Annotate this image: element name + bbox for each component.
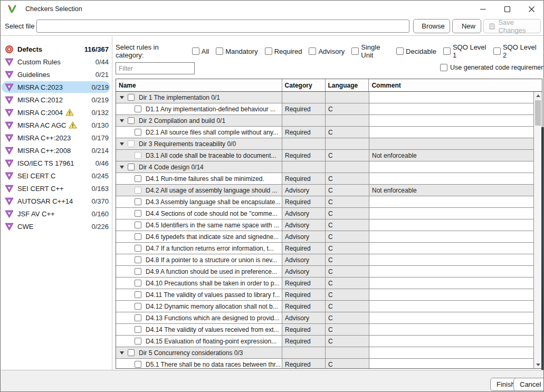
- rule-checkbox[interactable]: [135, 245, 141, 252]
- comment-cell[interactable]: [369, 196, 534, 207]
- rule-checkbox[interactable]: [128, 117, 135, 124]
- comment-cell[interactable]: [369, 161, 534, 173]
- table-row[interactable]: D4.3 Assembly language shall be encapsul…: [116, 196, 542, 208]
- collapse-arrow-icon[interactable]: [120, 96, 124, 99]
- comment-cell[interactable]: [369, 243, 534, 254]
- new-button[interactable]: New: [452, 19, 481, 33]
- comment-cell[interactable]: [369, 231, 534, 242]
- category-checkbox[interactable]: [192, 47, 199, 55]
- sidebar-item-jsf-av-c-[interactable]: JSF AV C++0/160: [1, 207, 112, 220]
- comment-cell[interactable]: [369, 138, 534, 149]
- table-row[interactable]: Dir 4 Code design 0/14: [116, 161, 542, 173]
- comment-cell[interactable]: [369, 254, 534, 265]
- collapse-arrow-icon[interactable]: [120, 351, 124, 355]
- column-header-language[interactable]: Language: [326, 79, 369, 91]
- table-row[interactable]: D4.10 Precautions shall be taken in orde…: [116, 278, 542, 289]
- comment-cell[interactable]: [369, 92, 534, 103]
- category-option-decidable[interactable]: Decidable: [396, 47, 436, 55]
- category-option-single-unit[interactable]: Single Unit: [351, 43, 389, 59]
- table-row[interactable]: D4.6 typedefs that indicate size and sig…: [116, 231, 542, 243]
- rule-checkbox[interactable]: [135, 326, 141, 333]
- table-row[interactable]: D2.1 All source files shall compile with…: [116, 127, 542, 138]
- category-checkbox[interactable]: [309, 47, 316, 55]
- collapse-arrow-icon[interactable]: [120, 142, 124, 146]
- file-path-input[interactable]: [36, 20, 409, 33]
- category-option-sqo-level-1[interactable]: SQO Level 1: [443, 43, 486, 59]
- table-row[interactable]: D4.13 Functions which are designed to pr…: [116, 312, 542, 324]
- category-checkbox[interactable]: [493, 47, 501, 55]
- rule-checkbox[interactable]: [128, 349, 135, 356]
- use-generated-code-checkbox[interactable]: [440, 64, 447, 71]
- rule-checkbox[interactable]: [135, 256, 141, 263]
- table-row[interactable]: D4.2 All usage of assembly language shou…: [116, 185, 542, 196]
- column-header-comment[interactable]: Comment: [369, 79, 542, 91]
- sidebar-item-misra-ac-agc[interactable]: MISRA AC AGC0/130: [1, 119, 112, 131]
- sidebar-item-sei-cert-c[interactable]: SEI CERT C0/245: [1, 169, 112, 182]
- table-row[interactable]: D4.14 The validity of values received fr…: [116, 324, 542, 336]
- comment-cell[interactable]: [369, 208, 534, 219]
- table-row[interactable]: D4.11 The validity of values passed to l…: [116, 289, 542, 301]
- browse-button[interactable]: Browse: [413, 19, 450, 33]
- comment-cell[interactable]: [369, 127, 534, 138]
- comment-cell[interactable]: [369, 301, 534, 312]
- table-row[interactable]: D4.5 Identifiers in the same name space …: [116, 219, 542, 231]
- table-row[interactable]: D4.12 Dynamic memory allocation shall no…: [116, 301, 542, 312]
- rule-checkbox[interactable]: [135, 152, 141, 159]
- comment-cell[interactable]: [369, 115, 534, 126]
- sidebar-item-autosar-c-14[interactable]: AUTOSAR C++140/370: [1, 195, 112, 207]
- category-checkbox[interactable]: [351, 47, 359, 55]
- category-option-advisory[interactable]: Advisory: [309, 47, 345, 55]
- category-checkbox[interactable]: [216, 47, 223, 55]
- table-vertical-scrollbar[interactable]: [533, 92, 542, 369]
- sidebar-item-defects[interactable]: Defects116/367: [1, 43, 112, 55]
- rule-checkbox[interactable]: [135, 291, 141, 298]
- comment-cell[interactable]: [369, 359, 534, 369]
- comment-cell[interactable]: [369, 278, 534, 289]
- sidebar-item-misra-c-2012[interactable]: MISRA C:20120/219: [1, 93, 112, 106]
- rule-checkbox[interactable]: [135, 106, 141, 112]
- scrollbar-thumb[interactable]: [535, 100, 541, 126]
- comment-cell[interactable]: [369, 336, 534, 347]
- comment-cell[interactable]: [369, 289, 534, 300]
- use-generated-code-option[interactable]: Use generated code requirements: [440, 64, 544, 71]
- collapse-arrow-icon[interactable]: [120, 166, 124, 169]
- category-option-sqo-level-2[interactable]: SQO Level 2: [493, 43, 537, 59]
- rule-checkbox[interactable]: [135, 198, 141, 205]
- rule-checkbox[interactable]: [128, 164, 135, 170]
- rule-checkbox[interactable]: [135, 338, 141, 345]
- rule-checkbox[interactable]: [135, 187, 141, 194]
- comment-cell[interactable]: [369, 324, 534, 335]
- table-row[interactable]: D1.1 Any implementation-defined behaviou…: [116, 103, 542, 115]
- scroll-up-arrow-icon[interactable]: [536, 94, 540, 97]
- cancel-button[interactable]: Cancel: [513, 378, 544, 391]
- scroll-down-arrow-icon[interactable]: [536, 364, 540, 366]
- table-row[interactable]: D4.9 A function should be used in prefer…: [116, 266, 542, 278]
- rule-checkbox[interactable]: [135, 210, 141, 217]
- rule-checkbox[interactable]: [135, 233, 141, 240]
- category-option-all[interactable]: All: [192, 47, 209, 55]
- rule-checkbox[interactable]: [135, 268, 141, 275]
- sidebar-item-custom-rules[interactable]: Custom Rules0/44: [1, 55, 112, 68]
- table-row[interactable]: Dir 2 Compilation and build 0/1: [116, 115, 542, 127]
- comment-cell[interactable]: [369, 173, 534, 184]
- sidebar-item-misra-c-2004[interactable]: MISRA C:20040/132: [1, 106, 112, 119]
- comment-cell[interactable]: [369, 347, 534, 358]
- table-row[interactable]: Dir 5 Concurrency considerations 0/3: [116, 347, 542, 359]
- table-row[interactable]: D3.1 All code shall be traceable to docu…: [116, 150, 542, 161]
- column-header-name[interactable]: Name: [116, 79, 282, 91]
- table-row[interactable]: D4.15 Evaluation of floating-point expre…: [116, 336, 542, 347]
- save-changes-button[interactable]: Save Changes: [483, 19, 541, 33]
- comment-cell[interactable]: Not enforceable: [369, 150, 534, 161]
- collapse-arrow-icon[interactable]: [120, 119, 124, 122]
- comment-cell[interactable]: [369, 103, 534, 114]
- sidebar-item-iso-iec-ts-17961[interactable]: ISO/IEC TS 179610/46: [1, 157, 112, 169]
- table-row[interactable]: D4.8 If a pointer to a structure or unio…: [116, 254, 542, 266]
- rule-checkbox[interactable]: [135, 222, 141, 228]
- rule-checkbox[interactable]: [128, 140, 135, 147]
- sidebar-item-misra-c-2023[interactable]: MISRA C:20230/219: [1, 81, 112, 93]
- category-option-mandatory[interactable]: Mandatory: [216, 47, 257, 55]
- comment-cell[interactable]: [369, 219, 534, 231]
- rule-checkbox[interactable]: [135, 303, 141, 310]
- sidebar-item-sei-cert-c-[interactable]: SEI CERT C++0/163: [1, 182, 112, 195]
- table-row[interactable]: D4.4 Sections of code should not be "com…: [116, 208, 542, 219]
